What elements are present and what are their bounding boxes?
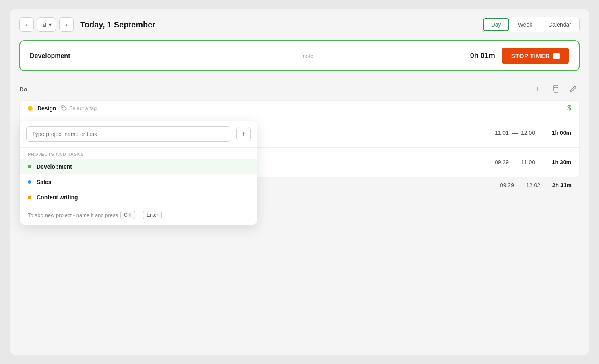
- entry-duration: 1h 30m: [543, 159, 571, 165]
- copy-button[interactable]: [549, 83, 562, 95]
- hint-key-enter: Enter: [143, 211, 162, 219]
- project-label-development: Development: [37, 163, 72, 170]
- calendar-icon: 🗓: [41, 21, 47, 28]
- header-left: ‹ 🗓 ▾ › Today, 1 September: [19, 17, 155, 32]
- hint-key-ctrl: Crtl: [120, 211, 135, 219]
- total-start: 09:29: [500, 182, 514, 188]
- entry-bottom-row-design: Design Select a tag $: [20, 101, 579, 118]
- timer-project-name: Development: [30, 52, 166, 60]
- entry-times: 09:29 — 11:00: [495, 159, 535, 165]
- entry-dash: —: [512, 130, 518, 136]
- entry-row-development: + PROJECTS AND TASKS Development Sales C…: [20, 101, 579, 118]
- dropdown-add-button[interactable]: +: [236, 127, 251, 141]
- entry-start: 11:01: [495, 130, 509, 136]
- tab-calendar[interactable]: Calendar: [540, 17, 579, 32]
- prev-nav-button[interactable]: ‹: [19, 17, 34, 32]
- main-content: Do +: [19, 78, 580, 193]
- entry-end: 11:00: [521, 159, 535, 165]
- date-section-header: Do +: [19, 78, 580, 100]
- total-duration: 2h 31m: [543, 182, 572, 188]
- project-dot-sales: [28, 180, 31, 184]
- entry-start: 09:29: [495, 159, 509, 165]
- hint-text: To add new project - name it and press: [28, 212, 118, 218]
- project-label-sales: Sales: [37, 179, 52, 185]
- tab-day[interactable]: Day: [483, 18, 509, 31]
- stop-timer-label: STOP TIMER: [511, 52, 550, 59]
- calendar-button[interactable]: 🗓 ▾: [37, 17, 56, 32]
- timer-divider: [457, 50, 457, 62]
- project-search-input[interactable]: [26, 126, 231, 142]
- date-section-title: Do: [19, 86, 27, 93]
- timer-note[interactable]: note: [172, 53, 444, 59]
- entry-duration: 1h 00m: [543, 130, 571, 136]
- dropdown-panel: + PROJECTS AND TASKS Development Sales C…: [20, 121, 257, 225]
- design-project-label: Design: [37, 105, 56, 112]
- add-entry-button[interactable]: +: [531, 83, 544, 95]
- edit-button[interactable]: [567, 83, 580, 95]
- project-item-development[interactable]: Development: [20, 159, 257, 174]
- design-dot: [28, 106, 33, 111]
- chevron-down-icon: ▾: [49, 21, 52, 28]
- project-dot-content-writing: [28, 196, 31, 199]
- timer-bar: Development note 0h 01m STOP TIMER: [19, 40, 580, 71]
- stop-icon: [553, 53, 560, 59]
- total-times: 09:29 — 12:02: [500, 182, 540, 188]
- entry-dash: —: [512, 159, 518, 165]
- tab-week[interactable]: Week: [510, 17, 541, 32]
- entry-times: 11:01 — 12:00: [495, 130, 535, 136]
- app-container: ‹ 🗓 ▾ › Today, 1 September Day Week Cale…: [10, 9, 589, 355]
- dropdown-hint: To add new project - name it and press C…: [20, 205, 257, 225]
- next-nav-button[interactable]: ›: [59, 17, 74, 32]
- total-dash: —: [517, 182, 523, 188]
- dropdown-search-row: +: [20, 121, 257, 148]
- tag-select[interactable]: Select a tag: [61, 105, 97, 111]
- stop-timer-button[interactable]: STOP TIMER: [502, 48, 569, 64]
- project-item-content-writing[interactable]: Content writing: [20, 190, 257, 205]
- svg-point-1: [62, 107, 63, 108]
- entry-end: 12:00: [521, 130, 535, 136]
- svg-rect-0: [554, 87, 558, 92]
- view-tabs: Day Week Calendar: [482, 17, 580, 32]
- project-item-sales[interactable]: Sales: [20, 174, 257, 190]
- hint-plus: +: [138, 212, 141, 218]
- dollar-icon[interactable]: $: [567, 104, 571, 112]
- total-end: 12:02: [526, 182, 540, 188]
- tag-select-label: Select a tag: [69, 105, 97, 111]
- project-dot-development: [28, 165, 31, 168]
- time-entries: + PROJECTS AND TASKS Development Sales C…: [19, 100, 580, 177]
- date-title: Today, 1 September: [80, 20, 155, 29]
- projects-section-label: PROJECTS AND TASKS: [20, 148, 257, 159]
- timer-time: 0h 01m: [470, 52, 495, 60]
- date-section-actions: +: [531, 83, 580, 95]
- project-label-content-writing: Content writing: [37, 194, 78, 201]
- header: ‹ 🗓 ▾ › Today, 1 September Day Week Cale…: [19, 17, 580, 32]
